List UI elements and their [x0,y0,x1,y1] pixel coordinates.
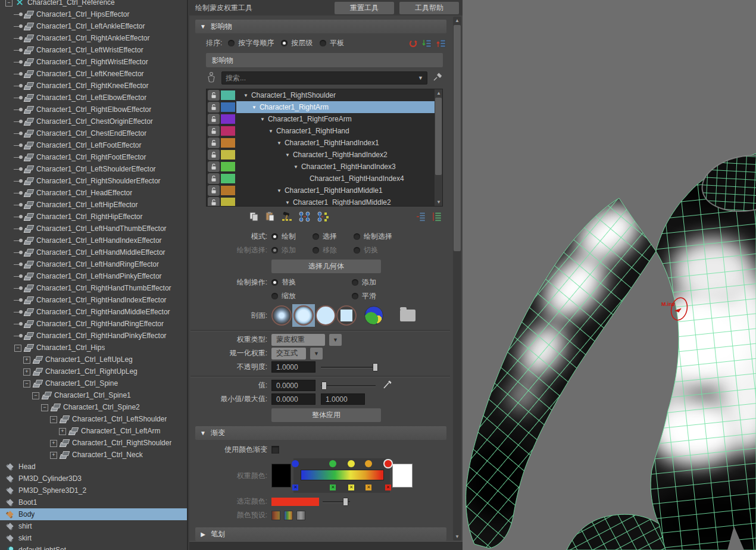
expand-arrow-icon[interactable]: ▼ [293,164,298,170]
lock-influence-icon[interactable] [208,185,220,196]
outliner-item[interactable]: Character1_Ctrl_Spine2 [0,401,187,413]
lock-influence-icon[interactable] [208,102,220,112]
outliner-item[interactable]: Character1_Ctrl_HipsEffector [0,8,187,20]
color-preset-1-swatch[interactable] [271,511,280,520]
paint-operation-radio[interactable]: 添加 [352,277,432,288]
paint-operation-radio[interactable]: 替换 [271,277,352,288]
gradient-section-header[interactable]: ▼ 渐变 [195,426,446,440]
selected-color-slider[interactable] [323,498,350,506]
tree-expand-icon[interactable] [49,413,60,425]
weight-type-dropdown-arrow-icon[interactable]: ▼ [329,334,342,346]
tree-expand-icon[interactable] [32,389,42,401]
outliner-item[interactable]: Character1_Ctrl_RightHandPinkyEffector [0,330,187,342]
tree-expand-icon[interactable] [40,401,51,413]
tree-expand-icon[interactable] [14,20,24,32]
tree-expand-icon[interactable] [14,282,24,294]
tree-expand-icon[interactable] [14,187,24,199]
lock-influence-icon[interactable] [208,126,220,136]
tree-expand-icon[interactable] [14,306,24,318]
influence-color-swatch[interactable] [221,150,235,160]
tool-help-button[interactable]: 工具帮助 [399,2,459,14]
tree-expand-icon[interactable] [14,175,24,187]
tree-expand-icon[interactable] [23,377,33,389]
tree-expand-icon[interactable] [49,437,60,449]
opacity-slider[interactable] [321,363,378,371]
influence-color-swatch[interactable] [221,186,235,195]
weight-hammer-icon[interactable] [281,211,293,222]
tree-expand-icon[interactable] [14,223,24,235]
paste-weights-icon[interactable] [265,211,276,222]
outliner-item[interactable]: Head [0,461,187,473]
ramp-stop-handle[interactable] [365,460,372,467]
outliner-item[interactable]: Character1_Ctrl_Spine [0,377,187,389]
influence-color-swatch[interactable] [221,126,235,136]
outliner-item[interactable]: Character1_Ctrl_LeftHandRingEffector [0,258,187,270]
expand-arrow-icon[interactable]: ▼ [252,105,257,110]
expand-arrow-icon[interactable]: ▼ [268,129,273,134]
tree-expand-icon[interactable] [14,318,24,330]
lock-influence-icon[interactable] [208,197,220,207]
expand-arrow-icon[interactable]: ▼ [285,200,290,205]
influence-row[interactable]: ▼ Character1_RightHandIndex3 [207,161,442,173]
normalize-dropdown-arrow-icon[interactable]: ▼ [310,348,323,360]
ramp-stop-delete-icon[interactable]: ✕ [330,485,336,490]
lock-influence-icon[interactable] [208,114,220,124]
outliner-item[interactable]: PM3D_Sphere3D1_2 [0,485,187,496]
tree-expand-icon[interactable] [14,151,24,163]
mode-radio[interactable]: 选择 [313,232,354,242]
tree-expand-icon[interactable] [14,80,24,92]
expand-arrow-icon[interactable]: ▼ [260,117,265,122]
outliner-item[interactable]: Character1_Ctrl_RightHandThumbEffector [0,282,187,294]
outliner-item[interactable]: Character1_Ctrl_LeftHandMiddleEffector [0,246,187,258]
outliner-item[interactable]: Character1_Ctrl_RightWristEffector [0,56,187,68]
tree-expand-icon[interactable] [14,294,24,306]
lock-influence-icon[interactable] [208,138,220,148]
tree-expand-icon[interactable] [14,235,24,246]
influence-search-input[interactable]: 搜索... ▼ [221,71,427,85]
move-weights-hierarchy-icon[interactable] [317,211,330,222]
brush-square-icon[interactable] [336,305,357,326]
influence-row[interactable]: ▼ Character1_RightHandIndex2 [207,149,442,161]
outliner-item[interactable]: Character1_Ctrl_RightShoulder [0,437,187,449]
max-value-field[interactable]: 1.0000 [321,393,365,405]
outliner-item[interactable]: Character1_Ctrl_RightHandRingEffector [0,318,187,330]
outliner-item[interactable]: Character1_Ctrl_Neck [0,449,187,461]
tree-expand-icon[interactable] [49,449,60,461]
lock-influence-icon[interactable] [208,161,220,172]
tree-expand-icon[interactable] [14,330,24,342]
ramp-stop-handle[interactable] [329,460,336,467]
brush-image-icon[interactable] [364,306,383,325]
opacity-value-field[interactable]: 1.0000 [271,361,315,373]
color-preset-3-swatch[interactable] [296,511,305,520]
outliner-item[interactable]: shirt [0,520,187,532]
tree-expand-icon[interactable] [14,68,24,80]
weight-color-ramp[interactable]: ✕✕✕✕✕ [293,458,390,493]
ramp-stop-delete-icon[interactable]: ✕ [365,485,371,490]
outliner-item[interactable]: Boot1 [0,496,187,508]
ramp-stop-delete-icon[interactable]: ✕ [385,485,391,490]
selected-color-swatch[interactable] [271,498,319,506]
mode-radio[interactable]: 绘制 [271,232,313,242]
tree-expand-icon[interactable] [14,8,24,20]
move-weights-icon[interactable] [298,211,311,222]
outliner-item[interactable]: Character1_Ctrl_LeftWristEffector [0,44,187,56]
outliner-item[interactable]: Character1_Ctrl_LeftFootEffector [0,139,187,151]
outliner-item[interactable]: Character1_Ctrl_LeftArm [0,425,187,437]
influences-section-header[interactable]: ▼ 影响物 [195,20,446,33]
influence-row[interactable]: ▼ Character1_RightHandMiddle1 [207,185,442,196]
influence-row[interactable]: ▼ Character1_RightHandIndex4 [207,173,442,185]
opacity-slider-handle[interactable] [373,363,378,371]
expand-arrow-icon[interactable]: ▼ [243,93,248,98]
ramp-stop-handle[interactable] [348,460,355,467]
tree-expand-icon[interactable] [14,104,24,115]
brush-gaussian-icon[interactable] [271,305,292,326]
tree-expand-icon[interactable] [14,127,24,139]
outliner-item[interactable]: Character1_Ctrl_RightShoulderEffector [0,175,187,187]
ramp-stop-delete-icon[interactable]: ✕ [348,485,354,490]
tree-expand-icon[interactable] [14,44,24,56]
3d-viewport[interactable]: M.inv [463,0,756,550]
use-color-ramp-checkbox[interactable] [271,446,279,454]
pin-search-icon[interactable] [432,72,443,85]
tree-expand-icon[interactable] [14,163,24,175]
weight-type-dropdown[interactable]: 蒙皮权重 [271,334,325,346]
